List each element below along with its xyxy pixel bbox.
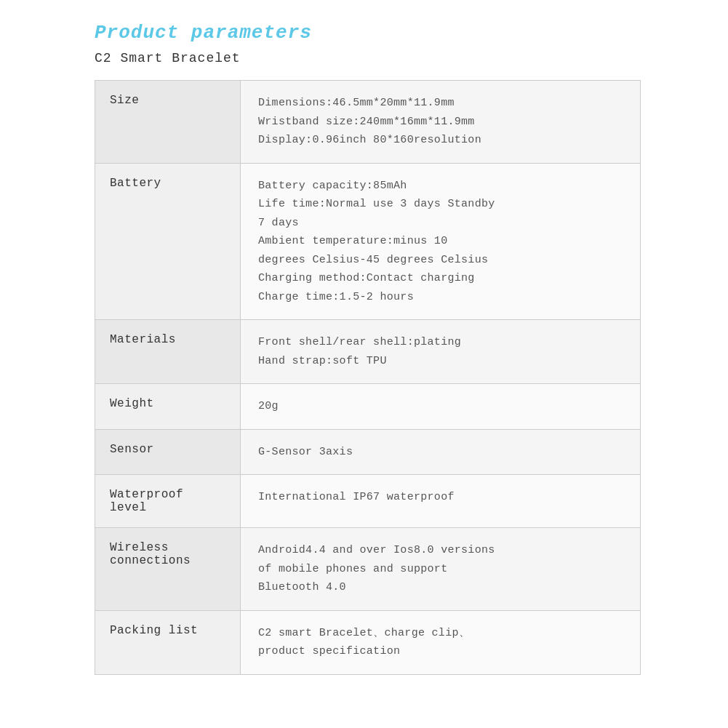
table-row: Packing listC2 smart Bracelet、charge cli… bbox=[95, 610, 641, 674]
param-value: Android4.4 and over Ios8.0 versions of m… bbox=[241, 528, 641, 611]
table-row: Wireless connectionsAndroid4.4 and over … bbox=[95, 528, 641, 611]
param-label: Sensor bbox=[95, 429, 241, 475]
table-row: Waterproof levelInternational IP67 water… bbox=[95, 475, 641, 528]
table-row: SizeDimensions:46.5mm*20mm*11.9mm Wristb… bbox=[95, 81, 641, 164]
param-label: Weight bbox=[95, 384, 241, 430]
param-label: Materials bbox=[95, 320, 241, 384]
param-value: G-Sensor 3axis bbox=[241, 429, 641, 475]
param-label: Battery bbox=[95, 163, 241, 320]
params-table: SizeDimensions:46.5mm*20mm*11.9mm Wristb… bbox=[95, 80, 641, 675]
page-container: Product parameters C2 Smart Bracelet Siz… bbox=[0, 0, 728, 728]
table-row: MaterialsFront shell/rear shell:plating … bbox=[95, 320, 641, 384]
table-row: BatteryBattery capacity:85mAh Life time:… bbox=[95, 163, 641, 320]
param-value: C2 smart Bracelet、charge clip、 product s… bbox=[241, 610, 641, 674]
param-value: Dimensions:46.5mm*20mm*11.9mm Wristband … bbox=[241, 81, 641, 164]
param-label: Packing list bbox=[95, 610, 241, 674]
product-name: C2 Smart Bracelet bbox=[95, 51, 641, 65]
param-label: Size bbox=[95, 81, 241, 164]
param-value: Front shell/rear shell:plating Hand stra… bbox=[241, 320, 641, 384]
param-value: Battery capacity:85mAh Life time:Normal … bbox=[241, 163, 641, 320]
table-row: SensorG-Sensor 3axis bbox=[95, 429, 641, 475]
param-value: 20g bbox=[241, 384, 641, 430]
param-label: Waterproof level bbox=[95, 475, 241, 528]
param-label: Wireless connections bbox=[95, 528, 241, 611]
param-value: International IP67 waterproof bbox=[241, 475, 641, 528]
page-title: Product parameters bbox=[95, 22, 641, 44]
table-row: Weight20g bbox=[95, 384, 641, 430]
